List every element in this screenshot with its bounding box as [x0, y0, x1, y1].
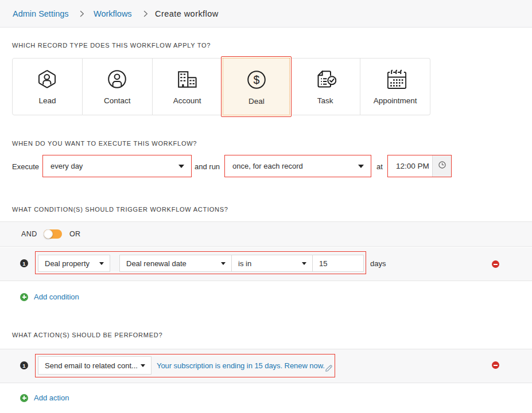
svg-text:$: $: [253, 73, 259, 85]
